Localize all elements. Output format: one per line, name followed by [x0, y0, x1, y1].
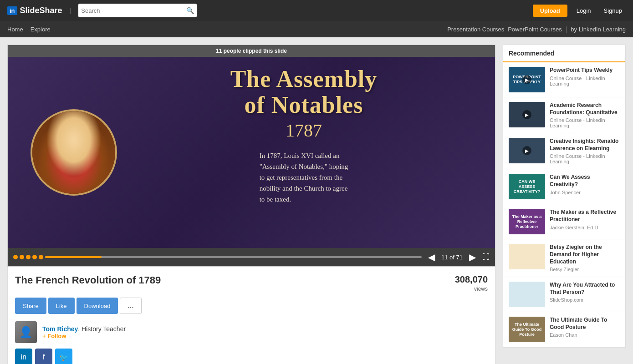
right-column: Recommended POWERPOINT TIPS WEEKLY▶Power… — [503, 45, 626, 364]
search-form: 🔍 — [78, 4, 197, 17]
logo-in-box: in — [7, 6, 17, 15]
nav-home[interactable]: Home — [7, 22, 23, 36]
play-icon: ▶ — [522, 146, 531, 155]
rec-item-title: PowerPoint Tips Weekly — [550, 67, 620, 74]
author-name[interactable]: Tom Richey — [42, 325, 78, 333]
rec-item-title: Can We Assess Creativity? — [550, 174, 620, 188]
rec-item-sub: SlideShop.com — [550, 297, 620, 303]
rec-thumb-img: The Maker as a Reflective Practitioner — [509, 209, 545, 234]
rec-item-sub: Eason Chan — [550, 332, 620, 338]
header: in SlideShare | 🔍 Upload Login Signup — [0, 0, 633, 21]
twitter-share-button[interactable]: 🐦 — [55, 349, 72, 364]
recommended-item[interactable]: The Ultimate Guide To Good PostureThe Ul… — [503, 312, 625, 347]
progress-dot-3 — [26, 255, 31, 259]
rec-thumb-label: The Ultimate Guide To Good Posture — [509, 317, 545, 342]
nav-right: Presentation Courses PowerPoint Courses … — [447, 22, 626, 36]
recommended-item[interactable]: The Maker as a Reflective PractitionerTh… — [503, 204, 625, 239]
recommended-section: Recommended POWERPOINT TIPS WEEKLY▶Power… — [503, 45, 626, 348]
pres-views: 308,070 views — [455, 274, 488, 292]
slide-counter: 11 of 71 — [441, 254, 463, 261]
rec-thumb-img: The Ultimate Guide To Good Posture — [509, 317, 545, 342]
rec-item-title: Academic Research Foundations: Quantitat… — [550, 102, 620, 116]
rec-info: The Ultimate Guide To Good PostureEason … — [550, 317, 620, 338]
rec-thumb: ▶ — [509, 138, 545, 163]
next-slide-button[interactable]: ▶ — [467, 252, 478, 263]
rec-item-title: Creative Insights: Renaldo Lawrence on E… — [550, 138, 620, 152]
presentation-info: The French Revolution of 1789 308,070 vi… — [7, 267, 495, 364]
main-content: 11 people clipped this slide The Assembl… — [0, 37, 633, 364]
views-count: 308,070 — [455, 274, 488, 285]
facebook-share-button[interactable]: f — [35, 349, 52, 364]
recommended-list: POWERPOINT TIPS WEEKLY▶PowerPoint Tips W… — [503, 62, 625, 347]
signup-button[interactable]: Signup — [600, 5, 626, 17]
recommended-item[interactable]: ▶Creative Insights: Renaldo Lawrence on … — [503, 133, 625, 169]
social-share: in f 🐦 — [15, 349, 488, 364]
slide-controls: ◀ 11 of 71 ▶ ⛶ — [8, 248, 495, 266]
rec-item-sub: Online Course - LinkedIn Learning — [550, 153, 620, 164]
play-icon: ▶ — [522, 110, 531, 119]
rec-info: The Maker as a Reflective PractitionerJa… — [550, 209, 620, 230]
upload-button[interactable]: Upload — [533, 5, 567, 17]
nav-powerpoint-courses[interactable]: PowerPoint Courses — [508, 22, 562, 36]
recommended-item[interactable]: CAN WE ASSESS CREATIVITY?Can We Assess C… — [503, 169, 625, 204]
clip-text: people clipped this slide — [222, 48, 287, 54]
recommended-item[interactable]: ▶Academic Research Foundations: Quantita… — [503, 97, 625, 133]
logo-text: SlideShare — [20, 6, 62, 15]
header-divider: | — [70, 7, 71, 14]
linkedin-learning-label: by LinkedIn Learning — [571, 26, 626, 33]
action-buttons: Share Like Download ... — [15, 298, 488, 314]
progress-bar-container — [13, 255, 422, 259]
play-icon: ▶ — [522, 75, 531, 84]
pres-header: The French Revolution of 1789 308,070 vi… — [15, 274, 488, 292]
rec-info: PowerPoint Tips WeeklyOnline Course - Li… — [550, 67, 620, 86]
author-info: Tom Richey, History Teacher + Follow — [42, 325, 126, 339]
linkedin-share-button[interactable]: in — [15, 349, 32, 364]
nav-divider: | — [566, 25, 567, 33]
progress-dot-1 — [13, 255, 18, 259]
rec-thumb-img — [509, 244, 545, 269]
search-input[interactable] — [81, 7, 186, 14]
rec-item-sub: Online Course - LinkedIn Learning — [550, 117, 620, 128]
rec-thumb: POWERPOINT TIPS WEEKLY▶ — [509, 67, 545, 92]
progress-dot-4 — [32, 255, 37, 259]
download-button[interactable]: Download — [77, 298, 118, 314]
rec-info: Betsy Ziegler on the Demand for Higher E… — [550, 244, 620, 272]
follow-button[interactable]: + Follow — [42, 333, 66, 339]
login-button[interactable]: Login — [573, 5, 595, 17]
recommended-item[interactable]: Betsy Ziegler on the Demand for Higher E… — [503, 239, 625, 277]
logo-area[interactable]: in SlideShare — [7, 6, 62, 15]
slide-viewer: 11 people clipped this slide The Assembl… — [7, 45, 495, 267]
recommended-header: Recommended — [503, 45, 625, 62]
nav-explore[interactable]: Explore — [31, 22, 51, 36]
author-section: 👤 Tom Richey, History Teacher + Follow — [15, 321, 488, 343]
progress-track[interactable] — [45, 256, 422, 258]
rec-thumb-img — [509, 282, 545, 307]
rec-thumb: ▶ — [509, 102, 545, 127]
slide-text-area: The Assembly of Notables 1787 In 1787, L… — [126, 66, 481, 205]
rec-thumb — [509, 244, 545, 269]
progress-dot-2 — [20, 255, 24, 259]
nav-presentation-courses[interactable]: Presentation Courses — [447, 22, 504, 36]
left-column: 11 people clipped this slide The Assembl… — [7, 45, 495, 364]
rec-item-sub: Betsy Ziegler — [550, 267, 620, 272]
pres-title: The French Revolution of 1789 — [15, 274, 161, 286]
rec-item-title: Why Are You Attracted to That Person? — [550, 282, 620, 296]
views-label: views — [474, 286, 488, 292]
rec-item-sub: John Spencer — [550, 190, 620, 195]
fullscreen-button[interactable]: ⛶ — [482, 253, 490, 261]
recommended-item[interactable]: Why Are You Attracted to That Person?Sli… — [503, 277, 625, 312]
rec-thumb: The Maker as a Reflective Practitioner — [509, 209, 545, 234]
more-button[interactable]: ... — [120, 298, 141, 314]
rec-thumb — [509, 282, 545, 307]
rec-item-title: The Maker as a Reflective Practitioner — [550, 209, 620, 223]
clip-count: 11 — [216, 48, 222, 54]
slide-year: 1787 — [286, 120, 322, 141]
prev-slide-button[interactable]: ◀ — [426, 252, 437, 263]
rec-thumb-label: CAN WE ASSESS CREATIVITY? — [509, 174, 545, 199]
clip-bar: 11 people clipped this slide — [8, 45, 495, 57]
search-button[interactable]: 🔍 — [186, 7, 194, 14]
like-button[interactable]: Like — [48, 298, 75, 314]
share-button[interactable]: Share — [15, 298, 46, 314]
rec-thumb: The Ultimate Guide To Good Posture — [509, 317, 545, 342]
recommended-item[interactable]: POWERPOINT TIPS WEEKLY▶PowerPoint Tips W… — [503, 62, 625, 97]
